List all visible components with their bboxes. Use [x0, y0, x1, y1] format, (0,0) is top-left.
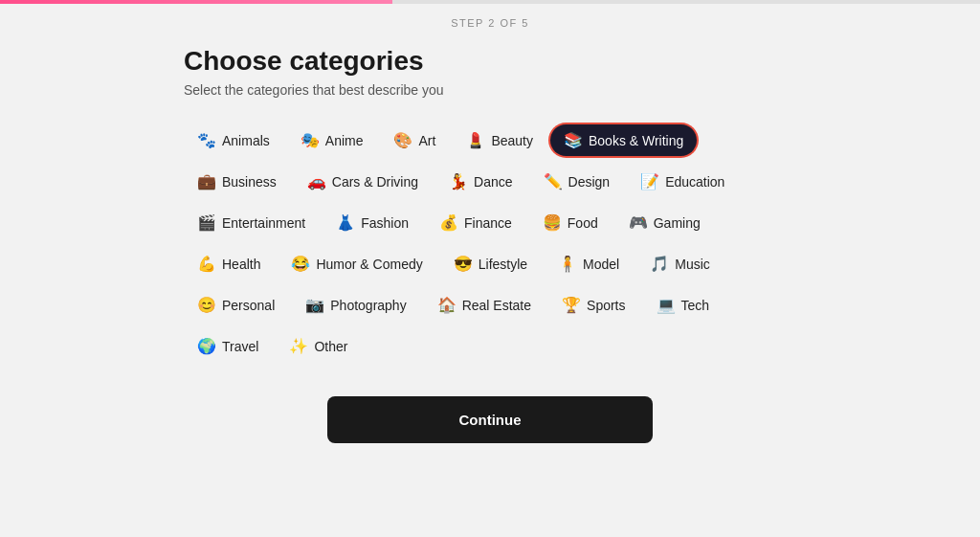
gaming-emoji: 🎮 — [629, 213, 648, 232]
category-photography[interactable]: 📷Photography — [292, 289, 419, 321]
model-emoji: 🧍 — [558, 255, 577, 273]
lifestyle-emoji: 😎 — [454, 255, 473, 273]
health-label: Health — [222, 257, 260, 272]
category-personal[interactable]: 😊Personal — [184, 289, 288, 321]
art-emoji: 🎨 — [393, 131, 412, 149]
lifestyle-label: Lifestyle — [479, 257, 527, 272]
humor-comedy-label: Humor & Comedy — [316, 257, 422, 272]
music-label: Music — [675, 257, 710, 272]
category-real-estate[interactable]: 🏠Real Estate — [424, 289, 545, 321]
other-emoji: ✨ — [289, 337, 308, 355]
food-emoji: 🍔 — [543, 213, 562, 232]
beauty-emoji: 💄 — [466, 131, 485, 149]
main-container: Choose categories Select the categories … — [165, 36, 815, 481]
category-model[interactable]: 🧍Model — [545, 248, 633, 280]
step-indicator: STEP 2 OF 5 — [0, 0, 980, 36]
category-other[interactable]: ✨Other — [276, 330, 361, 362]
category-gaming[interactable]: 🎮Gaming — [615, 207, 714, 238]
personal-label: Personal — [222, 298, 275, 313]
category-entertainment[interactable]: 🎬Entertainment — [184, 207, 319, 238]
entertainment-label: Entertainment — [222, 215, 305, 231]
category-travel[interactable]: 🌍Travel — [184, 330, 272, 362]
travel-emoji: 🌍 — [197, 337, 216, 355]
category-tech[interactable]: 💻Tech — [643, 289, 724, 321]
category-anime[interactable]: 🎭Anime — [287, 124, 377, 156]
category-art[interactable]: 🎨Art — [380, 124, 449, 156]
category-finance[interactable]: 💰Finance — [426, 207, 525, 238]
beauty-label: Beauty — [491, 133, 533, 148]
sports-emoji: 🏆 — [562, 296, 581, 314]
category-sports[interactable]: 🏆Sports — [548, 289, 638, 321]
page-subtitle: Select the categories that best describe… — [184, 82, 796, 98]
anime-label: Anime — [325, 133, 364, 148]
progress-bar-fill — [0, 0, 392, 4]
category-food[interactable]: 🍔Food — [529, 207, 612, 238]
books-writing-emoji: 📚 — [564, 131, 583, 149]
category-animals[interactable]: 🐾Animals — [184, 124, 283, 156]
personal-emoji: 😊 — [197, 296, 216, 314]
sports-label: Sports — [587, 298, 625, 313]
category-health[interactable]: 💪Health — [184, 248, 274, 280]
category-dance[interactable]: 💃Dance — [435, 166, 525, 197]
other-label: Other — [314, 339, 347, 354]
education-emoji: 📝 — [640, 172, 659, 190]
animals-emoji: 🐾 — [197, 131, 216, 149]
entertainment-emoji: 🎬 — [197, 213, 216, 232]
real-estate-emoji: 🏠 — [437, 296, 457, 314]
anime-emoji: 🎭 — [301, 131, 320, 149]
categories-grid: 🐾Animals🎭Anime🎨Art💄Beauty📚Books & Writin… — [184, 124, 796, 362]
education-label: Education — [665, 174, 724, 190]
dance-emoji: 💃 — [449, 172, 468, 190]
cars-driving-emoji: 🚗 — [307, 172, 326, 190]
model-label: Model — [583, 257, 619, 272]
category-business[interactable]: 💼Business — [184, 166, 290, 197]
category-music[interactable]: 🎵Music — [636, 248, 724, 280]
category-beauty[interactable]: 💄Beauty — [453, 124, 546, 156]
dance-label: Dance — [474, 174, 512, 190]
animals-label: Animals — [222, 133, 270, 148]
design-emoji: ✏️ — [544, 172, 563, 190]
business-emoji: 💼 — [197, 172, 216, 190]
humor-comedy-emoji: 😂 — [291, 255, 310, 273]
fashion-label: Fashion — [361, 215, 409, 231]
photography-label: Photography — [330, 298, 406, 313]
books-writing-label: Books & Writing — [589, 133, 683, 148]
travel-label: Travel — [222, 339, 258, 354]
category-fashion[interactable]: 👗Fashion — [323, 207, 422, 238]
finance-label: Finance — [464, 215, 512, 231]
cars-driving-label: Cars & Driving — [332, 174, 418, 190]
music-emoji: 🎵 — [650, 255, 669, 273]
gaming-label: Gaming — [654, 215, 701, 231]
health-emoji: 💪 — [197, 255, 216, 273]
design-label: Design — [568, 174, 611, 190]
tech-emoji: 💻 — [657, 296, 676, 314]
continue-button[interactable]: Continue — [327, 396, 653, 443]
photography-emoji: 📷 — [305, 296, 324, 314]
category-cars-driving[interactable]: 🚗Cars & Driving — [294, 166, 432, 197]
business-label: Business — [222, 174, 277, 190]
page-title: Choose categories — [184, 46, 796, 77]
art-label: Art — [418, 133, 435, 148]
category-design[interactable]: ✏️Design — [530, 166, 624, 197]
finance-emoji: 💰 — [439, 213, 458, 232]
category-books-writing[interactable]: 📚Books & Writing — [550, 124, 697, 156]
tech-label: Tech — [681, 298, 710, 313]
category-lifestyle[interactable]: 😎Lifestyle — [440, 248, 541, 280]
food-label: Food — [568, 215, 598, 231]
fashion-emoji: 👗 — [336, 213, 355, 232]
category-humor-comedy[interactable]: 😂Humor & Comedy — [278, 248, 435, 280]
real-estate-label: Real Estate — [462, 298, 531, 313]
category-education[interactable]: 📝Education — [627, 166, 738, 197]
progress-bar-container — [0, 0, 980, 4]
